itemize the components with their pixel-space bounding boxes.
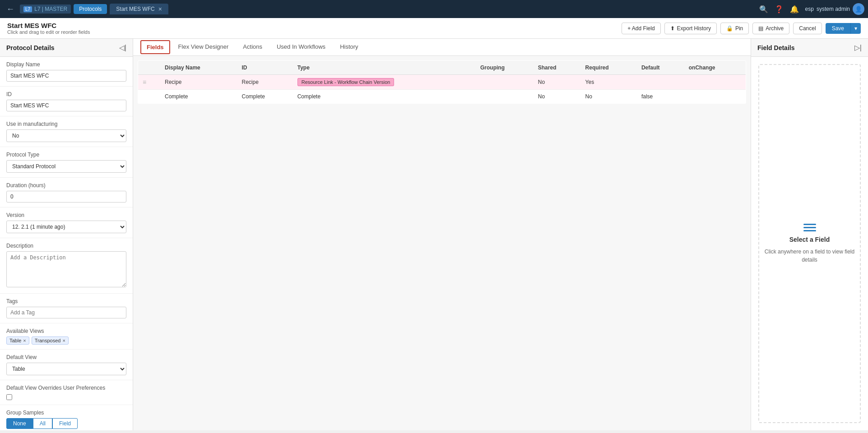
field-grouping	[476, 90, 534, 104]
table-row[interactable]: Complete Complete Complete No No false	[138, 90, 746, 104]
select-field-description: Click anywhere on a field to view field …	[759, 248, 860, 264]
tab-actions[interactable]: Actions	[237, 40, 269, 55]
default-view-label: Default View	[6, 354, 126, 360]
pin-icon: 🔒	[726, 25, 733, 32]
right-panel-header: Field Details ▷|	[751, 39, 868, 57]
right-panel-expand-button[interactable]: ▷|	[854, 43, 862, 52]
col-onchange: onChange	[684, 61, 746, 75]
protocol-type-select[interactable]: Standard Protocol Advanced Protocol	[6, 160, 126, 173]
col-default: Default	[637, 61, 684, 75]
app-icon: L7	[23, 6, 32, 12]
pin-label: Pin	[735, 25, 743, 32]
field-default: false	[637, 90, 684, 104]
field-onchange	[684, 90, 746, 104]
tags-label: Tags	[6, 298, 126, 304]
group-samples-all-button[interactable]: All	[33, 418, 52, 429]
export-history-button[interactable]: ⬆ Export History	[664, 23, 717, 34]
center-panel: Fields Flex View Designer Actions Used I…	[133, 39, 751, 430]
archive-label: Archive	[766, 25, 784, 32]
field-default	[637, 75, 684, 90]
cancel-button[interactable]: Cancel	[793, 23, 822, 34]
default-view-overrides-group: Default View Overrides User Preferences	[0, 380, 133, 405]
language-label: esp	[805, 6, 814, 12]
tags-input[interactable]	[6, 307, 126, 318]
type-badge: Resource Link - Workflow Chain Version	[297, 78, 395, 86]
col-drag	[138, 61, 161, 75]
search-icon[interactable]: 🔍	[759, 5, 768, 14]
hamburger-icon	[803, 224, 816, 231]
help-icon[interactable]: ❓	[775, 5, 784, 14]
export-history-label: Export History	[677, 25, 711, 32]
col-required: Required	[581, 61, 637, 75]
available-views-container: Table × Transposed ×	[6, 336, 126, 345]
view-tag-transposed: Transposed ×	[32, 336, 69, 345]
bell-icon[interactable]: 🔔	[790, 5, 799, 14]
active-tab[interactable]: Start MES WFC ×	[110, 4, 168, 14]
display-name-input[interactable]	[6, 70, 126, 82]
view-tag-table: Table ×	[6, 336, 29, 345]
main-layout: Protocol Details ◁| Display Name ID Use …	[0, 39, 868, 430]
description-textarea[interactable]	[6, 251, 126, 287]
field-type: Complete	[293, 90, 476, 104]
group-samples-none-button[interactable]: None	[6, 418, 33, 429]
description-group: Description	[0, 238, 133, 294]
archive-icon: ▤	[758, 25, 763, 32]
view-tag-table-remove[interactable]: ×	[23, 338, 26, 343]
pin-button[interactable]: 🔒 Pin	[720, 23, 749, 34]
back-button[interactable]: ←	[4, 3, 17, 16]
duration-input[interactable]	[6, 191, 126, 203]
field-id: Recipe	[237, 75, 292, 90]
field-shared: No	[534, 90, 581, 104]
save-button[interactable]: Save	[826, 23, 850, 34]
tab-flex-view-designer[interactable]: Flex View Designer	[172, 40, 235, 55]
field-type: Resource Link - Workflow Chain Version	[293, 75, 476, 90]
protocols-button[interactable]: Protocols	[74, 4, 107, 14]
field-shared: No	[534, 75, 581, 90]
use-in-manufacturing-select[interactable]: No Yes	[6, 129, 126, 142]
panel-collapse-button[interactable]: ◁|	[119, 43, 126, 52]
description-label: Description	[6, 243, 126, 249]
view-tag-transposed-remove[interactable]: ×	[62, 338, 65, 343]
avatar[interactable]: 👤	[853, 3, 864, 15]
archive-button[interactable]: ▤ Archive	[752, 23, 789, 34]
tab-used-in-workflows[interactable]: Used In Workflows	[270, 40, 332, 55]
save-caret-button[interactable]: ▾	[850, 23, 861, 34]
right-panel-empty: Select a Field Click anywhere on a field…	[758, 64, 861, 423]
default-view-group: Default View Table Transposed	[0, 350, 133, 380]
user-info: esp system admin 👤	[805, 3, 864, 15]
field-onchange	[684, 75, 746, 90]
sub-header-left: Start MES WFC Click and drag to edit or …	[7, 22, 90, 35]
tab-history[interactable]: History	[334, 40, 364, 55]
save-group: Save ▾	[826, 23, 861, 34]
id-label: ID	[6, 91, 126, 97]
id-input[interactable]	[6, 100, 126, 111]
display-name-group: Display Name	[0, 57, 133, 87]
export-icon: ⬆	[670, 25, 675, 32]
group-samples-buttons: None All Field	[6, 418, 126, 429]
tags-group: Tags	[0, 294, 133, 323]
default-view-select[interactable]: Table Transposed	[6, 363, 126, 375]
nav-right: 🔍 ❓ 🔔 esp system admin 👤	[759, 3, 864, 15]
id-group: ID	[0, 87, 133, 116]
available-views-label: Available Views	[6, 328, 126, 334]
group-samples-label: Group Samples	[6, 410, 126, 416]
group-samples-field-button[interactable]: Field	[52, 418, 78, 429]
sub-header: Start MES WFC Click and drag to edit or …	[0, 18, 868, 39]
app-name: L7 | MASTER	[34, 6, 67, 12]
version-select[interactable]: 12. 2.1 (1 minute ago)	[6, 221, 126, 233]
page-title: Start MES WFC	[7, 22, 90, 29]
display-name-label: Display Name	[6, 61, 126, 68]
duration-group: Duration (hours)	[0, 178, 133, 207]
tab-fields[interactable]: Fields	[140, 40, 170, 54]
field-display-name: Complete	[160, 90, 237, 104]
version-label: Version	[6, 212, 126, 218]
tab-close-icon[interactable]: ×	[158, 5, 162, 13]
default-view-overrides-checkbox[interactable]	[6, 394, 12, 400]
default-view-overrides-label: Default View Overrides User Preferences	[6, 385, 126, 391]
right-panel: Field Details ▷| Select a Field Click an…	[751, 39, 868, 430]
table-row[interactable]: ≡ Recipe Recipe Resource Link - Workflow…	[138, 75, 746, 90]
field-required: No	[581, 90, 637, 104]
add-field-button[interactable]: + Add Field	[622, 23, 660, 34]
protocol-type-group: Protocol Type Standard Protocol Advanced…	[0, 147, 133, 178]
user-label: system admin	[817, 6, 850, 12]
